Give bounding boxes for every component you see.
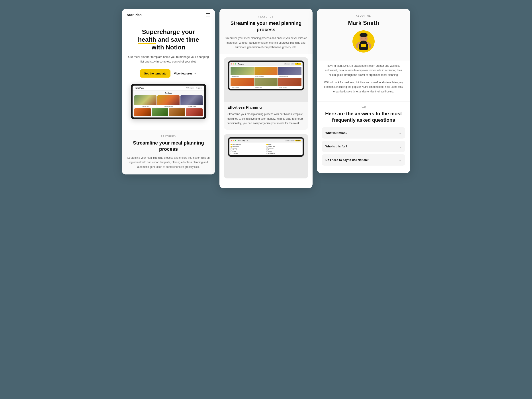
hero-title-line3: with Notion	[152, 44, 185, 51]
bio-paragraph-2: With a knack for designing intuitive and…	[322, 80, 405, 94]
screen-1: NutriPlan Supercharge your health and sa…	[122, 9, 215, 174]
shopping-tablet-screen: Shopping List Filter Sort + New Chicken …	[229, 139, 303, 155]
svg-point-8	[369, 46, 371, 48]
faq-question-3: Do I need to pay to use Notion?	[325, 158, 369, 162]
shop-row-4: Olive Oil	[231, 149, 266, 151]
recipe-card-7	[186, 108, 203, 116]
hero-buttons: Get the template View features →	[127, 69, 210, 78]
shop-row-5: Garlic	[231, 151, 266, 152]
shop-col-2: Pasta Meat & Veg Mushroom Salmon Lemon F…	[266, 144, 302, 154]
shopping-list-grid: Chicken Breast Brown Rice Broccoli Olive…	[229, 143, 303, 155]
feature1-title: Effortless Planning	[228, 105, 304, 110]
svg-point-6	[365, 38, 366, 38]
hero-title-line1: Supercharge your	[142, 28, 195, 35]
shop-row-10: Salmon	[266, 149, 302, 151]
tablet-content: Recipes Thai Basil Curry Korean BBQ Bowl…	[133, 91, 204, 117]
get-template-button[interactable]: Get the template	[140, 69, 171, 78]
screen2-label: FEATURES	[225, 16, 307, 18]
dot-yellow	[233, 63, 234, 64]
hamburger-menu[interactable]	[206, 13, 210, 16]
shopping-tablet-title: Shopping List	[238, 140, 248, 141]
faq-item-2[interactable]: Who is this for? ⌄	[322, 141, 405, 152]
recipe-card-2: Korean BBQ Bowl	[157, 95, 180, 108]
svg-point-4	[361, 41, 367, 44]
recipe-thumb-3: Chocolate Brownie	[278, 67, 301, 77]
screen2-title: Streamline your meal planning process	[225, 20, 307, 33]
svg-point-3	[360, 33, 367, 37]
about-label: ABOUT ME	[322, 15, 405, 17]
shop-row-2: Brown Rice	[231, 146, 266, 147]
faq-title: Here are the answers to the most frequen…	[322, 111, 405, 123]
faq-section: FAQ Here are the answers to the most fre…	[317, 101, 410, 173]
screen2-description: Streamline your meal planning process an…	[225, 36, 307, 50]
dot-green-2	[235, 140, 236, 141]
shopping-tablet-actions: Filter Sort + New	[285, 140, 301, 141]
recipe-card-1: Thai Basil Curry	[134, 95, 157, 108]
svg-rect-1	[361, 44, 366, 47]
shop-row-3: Broccoli	[231, 147, 266, 149]
faq-item-1[interactable]: What is Notion? ⌄	[322, 127, 405, 139]
feature1-description: Streamline your meal planning process wi…	[228, 112, 304, 126]
faq-question-2: Who is this for?	[325, 145, 347, 148]
recipe-card-4	[134, 108, 151, 116]
bio-paragraph-1: Hey I'm Mark Smith, a passionate Notion …	[322, 64, 405, 77]
logo: NutriPlan	[127, 13, 142, 17]
chevron-down-icon-1: ⌄	[399, 131, 402, 135]
screen2-content: Recipes Gallery List + New Thai Basil Cu…	[219, 54, 313, 188]
hero-title-line2: health and save time	[138, 36, 199, 43]
recipes-tablet-title: Recipes	[238, 63, 244, 65]
feature-card-recipes: Recipes Gallery List + New Thai Basil Cu…	[224, 57, 308, 129]
about-name: Mark Smith	[322, 19, 405, 27]
faq-title-section: FAQ Here are the answers to the most fre…	[322, 106, 405, 123]
hero-title: Supercharge your health and save time wi…	[127, 28, 210, 51]
recipes-tablet-actions: Gallery List + New	[284, 63, 301, 65]
tablet-logo: NutriPlan	[135, 87, 144, 89]
feature-card-img-shopping: Shopping List Filter Sort + New Chicken …	[224, 134, 308, 178]
feature-card-img-recipes: Recipes Gallery List + New Thai Basil Cu…	[224, 57, 308, 102]
dot-red	[231, 63, 232, 64]
shop-col-1: Chicken Breast Brown Rice Broccoli Olive…	[231, 144, 266, 154]
tablet-section-title: Recipes	[134, 92, 203, 94]
chevron-down-icon-2: ⌄	[399, 144, 402, 149]
faq-question-1: What is Notion?	[325, 131, 347, 134]
hero-description: Our meal planner template helps you to m…	[127, 55, 210, 64]
tablet-bottom-grid	[134, 108, 203, 116]
features-description: Streamline your meal planning process an…	[127, 156, 210, 169]
features-title: Streamline your meal planning process	[127, 140, 210, 152]
shop-row-8: Meat & Veg	[266, 146, 302, 147]
recipe-thumb-5: Avocado Salad	[254, 78, 278, 88]
tablet-header: NutriPlan All Recipes Shopping	[133, 86, 204, 91]
dot-green	[235, 63, 236, 64]
recipe-thumb-6: Salmon Teriyaki	[278, 78, 301, 88]
avatar-illustration	[355, 32, 372, 51]
svg-point-5	[361, 38, 362, 38]
screen2-top: FEATURES Streamline your meal planning p…	[219, 9, 313, 54]
shop-row-9: Mushroom	[266, 147, 302, 149]
tablet-screen: NutriPlan All Recipes Shopping Recipes T…	[133, 86, 204, 117]
shop-row-1: Chicken Breast	[231, 144, 266, 146]
screen-2: FEATURES Streamline your meal planning p…	[219, 9, 313, 188]
about-bio: Hey I'm Mark Smith, a passionate Notion …	[317, 61, 410, 101]
chevron-down-icon-3: ⌄	[399, 158, 402, 162]
feature-card-body-1: Effortless Planning Streamline your meal…	[224, 102, 308, 129]
recipe-card-6	[169, 108, 185, 116]
tablet-mockup: NutriPlan All Recipes Shopping Recipes T…	[131, 84, 206, 119]
recipes-tablet-screen: Recipes Gallery List + New Thai Basil Cu…	[229, 62, 303, 89]
shop-row-6: Tomatoes	[231, 152, 266, 154]
recipe-card-3: Chocolate Brownie	[180, 95, 203, 108]
screen-3: ABOUT ME Mark Smith	[317, 9, 410, 173]
shop-row-11: Lemon	[266, 151, 302, 152]
screen3-about-top: ABOUT ME Mark Smith	[317, 9, 410, 61]
recipe-thumb-4: Pasta Arrabbiata	[231, 78, 254, 88]
shopping-tablet-header: Shopping List Filter Sort + New	[229, 139, 303, 143]
faq-item-3[interactable]: Do I need to pay to use Notion? ⌄	[322, 154, 405, 165]
shopping-tablet-mockup: Shopping List Filter Sort + New Chicken …	[228, 137, 304, 157]
recipes-grid: Thai Basil Curry Korean BBQ Bowl Chocola…	[229, 66, 303, 89]
avatar	[352, 30, 375, 52]
dot-yellow-2	[233, 140, 234, 141]
recipes-tablet-header: Recipes Gallery List + New	[229, 62, 303, 66]
features-section: FEATURES Streamline your meal planning p…	[122, 130, 215, 174]
view-features-button[interactable]: View features →	[173, 69, 197, 78]
features-label: FEATURES	[127, 135, 210, 138]
hero-section: Supercharge your health and save time wi…	[122, 21, 215, 130]
